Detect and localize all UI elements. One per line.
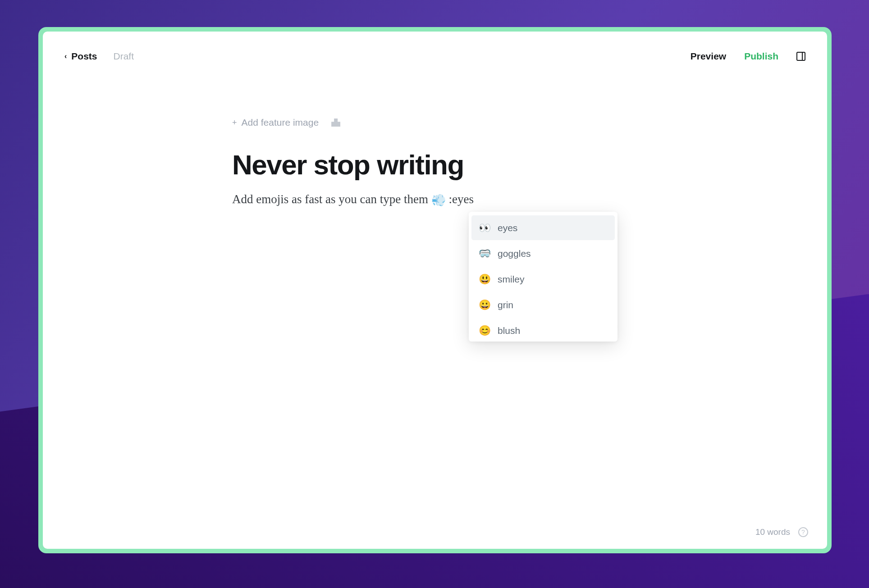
word-count: 10 words — [755, 527, 790, 537]
unsplash-icon[interactable] — [331, 119, 340, 127]
emoji-option-blush[interactable]: 😊blush — [471, 318, 615, 342]
topbar: ‹ Posts Draft Preview Publish — [43, 32, 827, 68]
editor-content: + Add feature image Never stop writing A… — [205, 68, 665, 209]
grin-emoji-icon: 😀 — [479, 297, 490, 312]
smiley-emoji-icon: 😃 — [479, 272, 490, 287]
app-window: ‹ Posts Draft Preview Publish + Add feat… — [38, 27, 832, 553]
chevron-left-icon: ‹ — [64, 52, 67, 60]
blush-emoji-icon: 😊 — [479, 323, 490, 338]
add-feature-image-button[interactable]: + Add feature image — [232, 117, 319, 128]
goggles-emoji-icon: 🥽 — [479, 246, 490, 261]
toggle-sidepanel-button[interactable] — [796, 52, 805, 61]
help-button[interactable]: ? — [798, 527, 808, 537]
sidepanel-icon — [796, 52, 805, 61]
preview-button[interactable]: Preview — [691, 51, 726, 62]
editor-footer: 10 words ? — [755, 527, 808, 537]
back-to-posts-link[interactable]: ‹ Posts — [64, 51, 97, 62]
topbar-actions: Preview Publish — [691, 51, 805, 62]
post-body-editor[interactable]: Add emojis as fast as you can type them … — [205, 190, 665, 209]
help-icon: ? — [801, 529, 805, 536]
body-text-prefix: Add emojis as fast as you can type them — [232, 192, 431, 206]
add-feature-image-label: Add feature image — [242, 117, 319, 128]
post-status: Draft — [114, 51, 134, 62]
emoji-option-label: goggles — [498, 246, 531, 261]
emoji-option-label: smiley — [498, 272, 525, 287]
eyes-emoji-icon: 👀 — [479, 220, 490, 235]
emoji-option-goggles[interactable]: 🥽goggles — [471, 241, 615, 266]
breadcrumb-label: Posts — [71, 51, 97, 62]
emoji-autocomplete-popup: 👀eyes🥽goggles😃smiley😀grin😊blush😄smile — [469, 212, 617, 342]
emoji-option-grin[interactable]: 😀grin — [471, 292, 615, 317]
editor-surface: ‹ Posts Draft Preview Publish + Add feat… — [43, 32, 827, 549]
emoji-option-label: blush — [498, 324, 520, 338]
emoji-option-label: grin — [498, 298, 513, 312]
plus-icon: + — [232, 118, 237, 128]
post-title-input[interactable]: Never stop writing — [205, 150, 665, 180]
emoji-option-eyes[interactable]: 👀eyes — [471, 215, 615, 240]
breadcrumb: ‹ Posts Draft — [64, 51, 134, 62]
publish-button[interactable]: Publish — [744, 51, 778, 62]
emoji-option-label: eyes — [498, 221, 517, 235]
emoji-shortcode-input: :eyes — [446, 192, 474, 206]
dash-emoji: 💨 — [431, 194, 446, 207]
emoji-option-smiley[interactable]: 😃smiley — [471, 267, 615, 292]
feature-image-row: + Add feature image — [205, 117, 665, 128]
